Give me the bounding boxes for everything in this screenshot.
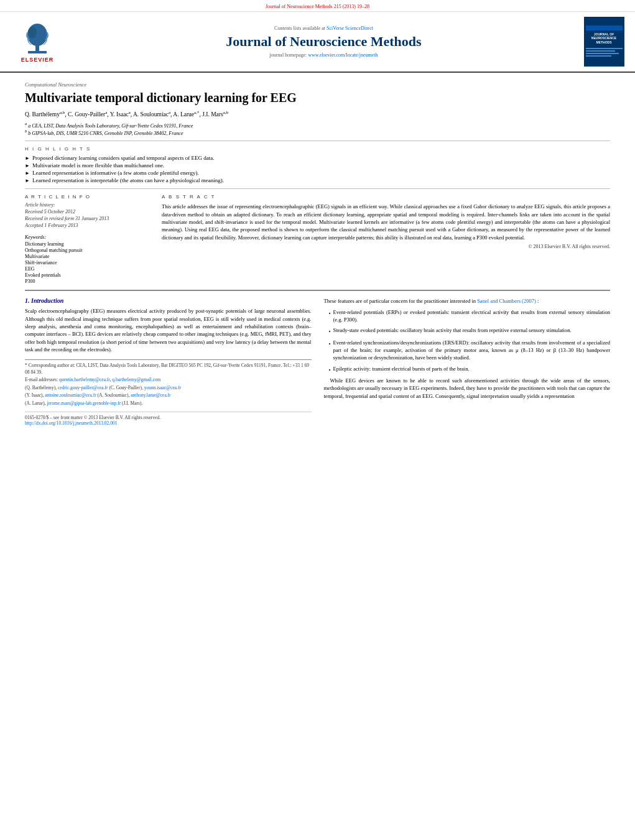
journal-header-middle: Contents lists available at SciVerse Sci… bbox=[75, 17, 573, 67]
doi-link[interactable]: http://dx.doi.org/10.1016/j.jneumeth.201… bbox=[25, 420, 117, 426]
keyword-1: Dictionary learning bbox=[25, 241, 149, 247]
bullet-item-4: • Epileptic activity: transient electric… bbox=[329, 365, 611, 374]
cover-lines bbox=[586, 47, 623, 58]
body-two-col: 1. Introduction Scalp electroencephalogr… bbox=[25, 297, 610, 426]
highlight-text-4: Learned representation is interpretable … bbox=[32, 177, 224, 183]
cover-title: JOURNAL OF NEUROSCIENCE METHODS bbox=[591, 32, 616, 45]
footnote-email-younn[interactable]: younn.isaac@cea.fr bbox=[144, 385, 181, 390]
keywords-label: Keywords: bbox=[25, 234, 149, 240]
footnote-corresponding-text: * Corresponding author at: CEA, LIST, Da… bbox=[25, 362, 312, 376]
journal-cover-right: JOURNAL OF NEUROSCIENCE METHODS bbox=[579, 17, 629, 67]
history-revised: Received in revised form 31 January 2013 bbox=[25, 216, 149, 221]
history-received: Received 5 October 2012 bbox=[25, 209, 149, 215]
keyword-5: EEG bbox=[25, 266, 149, 272]
right-para1: These features are of particular concern… bbox=[324, 297, 611, 305]
journal-header: ELSEVIER Contents lists available at Sci… bbox=[0, 12, 635, 73]
bullet-dot-3: • bbox=[329, 340, 331, 362]
svg-rect-3 bbox=[28, 51, 47, 53]
copyright-line: © 2013 Elsevier B.V. All rights reserved… bbox=[162, 244, 610, 249]
highlight-arrow-4: ► bbox=[25, 178, 30, 183]
footnote-email-antoine[interactable]: antoine.souloumiac@cea.fr bbox=[45, 392, 96, 398]
sciverse-line: Contents lists available at SciVerse Sci… bbox=[75, 25, 573, 31]
bullet-item-3: • Event-related synchronizations/desynch… bbox=[329, 339, 611, 362]
elsevier-logo-left: ELSEVIER bbox=[6, 17, 68, 67]
authors-line: Q. Barthélemya,b, C. Gouy-Paillera, Y. I… bbox=[25, 110, 610, 118]
affiliation-b: b b GIPSA-lab, DIS, UMR 5216 CNRS, Greno… bbox=[25, 129, 610, 136]
journal-ref-bar: Journal of Neuroscience Methods 215 (201… bbox=[0, 0, 635, 12]
bullet-dot-4: • bbox=[329, 366, 331, 374]
footnote-email-prefix: E-mail addresses: bbox=[25, 377, 59, 382]
article-history: Article history: Received 5 October 2012… bbox=[25, 202, 149, 228]
body-section: 1. Introduction Scalp electroencephalogr… bbox=[25, 297, 610, 426]
highlights-heading: H I G H L I G H T S bbox=[25, 146, 610, 152]
footnote-email-a: (A. Larue), jerome.mars@gipsa-lab.grenob… bbox=[25, 400, 312, 407]
abstract-text: This article addresses the issue of repr… bbox=[162, 203, 610, 241]
footnote-email-cedric[interactable]: cedric.gouy-pailler@cea.fr bbox=[58, 385, 108, 390]
homepage-prefix: journal homepage: bbox=[269, 52, 307, 58]
footnote-email-2[interactable]: q.barthelemy@gmail.com bbox=[112, 377, 160, 382]
sciverse-link[interactable]: SciVerse ScienceDirect bbox=[327, 25, 373, 31]
journal-reference: Journal of Neuroscience Methods 215 (201… bbox=[266, 4, 369, 9]
history-accepted: Accepted 1 February 2013 bbox=[25, 223, 149, 228]
bullet-text-4: Epileptic activity: transient electrical… bbox=[333, 365, 469, 374]
bullet-item-1: • Event-related potentials (ERPs) or evo… bbox=[329, 308, 611, 324]
bullet-text-1: Event-related potentials (ERPs) or evoke… bbox=[333, 308, 610, 324]
bullet-list: • Event-related potentials (ERPs) or evo… bbox=[329, 308, 611, 374]
issn-line: 0165-0270/$ – see front matter © 2013 El… bbox=[25, 415, 312, 420]
keywords-section: Keywords: Dictionary learning Orthogonal… bbox=[25, 234, 149, 284]
bullet-text-2: Steady-state evoked potentials: oscillat… bbox=[333, 326, 571, 335]
homepage-link[interactable]: www.elsevier.com/locate/jneumeth bbox=[308, 52, 378, 58]
history-label: Article history: bbox=[25, 202, 149, 208]
article-title: Multivariate temporal dictionary learnin… bbox=[25, 90, 610, 105]
intro-para1: Scalp electroencephalography (EEG) measu… bbox=[25, 307, 312, 353]
highlight-item-4: ► Learned representation is interpretabl… bbox=[25, 177, 610, 183]
divider-2 bbox=[25, 188, 610, 189]
keyword-6: Evoked potentials bbox=[25, 272, 149, 278]
abstract-col: A B S T R A C T This article addresses t… bbox=[162, 194, 610, 285]
footnote-email-anthony[interactable]: anthony.larue@cea.fr bbox=[131, 392, 170, 398]
intro-body: Scalp electroencephalography (EEG) measu… bbox=[25, 307, 312, 353]
divider-1 bbox=[25, 141, 610, 141]
affiliation-a: a a CEA, LIST, Data Analysis Tools Labor… bbox=[25, 121, 610, 129]
journal-title: Journal of Neuroscience Methods bbox=[75, 34, 573, 50]
highlight-text-3: Learned representation is informative (a… bbox=[32, 170, 199, 176]
footnote-email-q: (Q. Barthélemy), cedric.gouy-pailler@cea… bbox=[25, 385, 312, 392]
bullet-dot-1: • bbox=[329, 310, 331, 324]
sciverse-prefix: Contents lists available at bbox=[274, 25, 325, 31]
intro-section-num: 1. bbox=[25, 297, 30, 304]
right-para1-suffix: : bbox=[537, 298, 539, 304]
cover-top-bar bbox=[586, 25, 623, 30]
footnote-email-line: E-mail addresses: quentin.barthelemy@cea… bbox=[25, 377, 312, 384]
highlight-arrow-2: ► bbox=[25, 163, 30, 168]
footnote-email-y: (Y. Isaac), antoine.souloumiac@cea.fr (A… bbox=[25, 392, 312, 399]
bottom-bar: 0165-0270/$ – see front matter © 2013 El… bbox=[25, 412, 312, 426]
footnote-email-1[interactable]: quentin.barthelemy@cea.fr bbox=[59, 377, 110, 382]
journal-homepage: journal homepage: www.elsevier.com/locat… bbox=[75, 52, 573, 58]
intro-title: 1. Introduction bbox=[25, 297, 312, 304]
elsevier-logo: ELSEVIER bbox=[19, 21, 56, 63]
intro-section-title: Introduction bbox=[31, 297, 63, 304]
highlight-item-1: ► Proposed dictionary learning considers… bbox=[25, 155, 610, 161]
article-info-heading: A R T I C L E I N F O bbox=[25, 194, 149, 200]
keyword-2: Orthogonal matching pursuit bbox=[25, 247, 149, 253]
article-info-col: A R T I C L E I N F O Article history: R… bbox=[25, 194, 149, 285]
highlight-arrow-3: ► bbox=[25, 170, 30, 176]
journal-cover-image: JOURNAL OF NEUROSCIENCE METHODS bbox=[584, 17, 624, 67]
footnote-email-jerome[interactable]: jerome.mars@gipsa-lab.grenoble-inp.fr bbox=[47, 400, 121, 406]
right-para3: While EEG devices are known to be able t… bbox=[324, 377, 611, 400]
divider-3 bbox=[25, 290, 610, 291]
body-col-left: 1. Introduction Scalp electroencephalogr… bbox=[25, 297, 312, 426]
doi-line: http://dx.doi.org/10.1016/j.jneumeth.201… bbox=[25, 420, 312, 426]
keyword-7: P300 bbox=[25, 279, 149, 284]
right-col-body: These features are of particular concern… bbox=[324, 297, 611, 399]
highlight-text-1: Proposed dictionary learning considers s… bbox=[32, 155, 215, 161]
svg-point-2 bbox=[28, 27, 37, 38]
right-para1-prefix: These features are of particular concern… bbox=[324, 298, 476, 304]
footnote-corresponding: * Corresponding author at: CEA, LIST, Da… bbox=[25, 362, 312, 407]
elsevier-wordmark: ELSEVIER bbox=[21, 57, 54, 63]
info-abstract-section: A R T I C L E I N F O Article history: R… bbox=[25, 194, 610, 285]
affiliations: a a CEA, LIST, Data Analysis Tools Labor… bbox=[25, 121, 610, 136]
keyword-3: Multivariate bbox=[25, 254, 149, 259]
sanel-chambers-link[interactable]: Sanel and Chambers (2007) bbox=[477, 298, 536, 304]
elsevier-tree-icon bbox=[19, 21, 56, 55]
